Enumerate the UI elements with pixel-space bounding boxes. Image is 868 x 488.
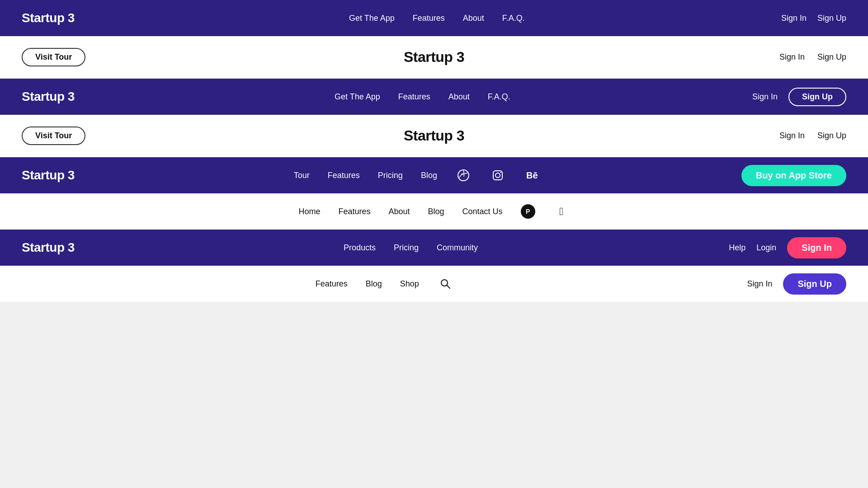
- nav-links-2: Get The App Features About F.A.Q.: [93, 92, 752, 102]
- sub-header-right-2: Sign In Sign Up: [779, 131, 846, 141]
- signin-btn-6[interactable]: Sign In: [747, 279, 772, 289]
- dribbble-icon[interactable]: [455, 167, 472, 183]
- nav-right-6: Sign In Sign Up: [747, 273, 846, 295]
- nav-link-faq-1[interactable]: F.A.Q.: [502, 14, 525, 23]
- nav-link-blog-6[interactable]: Blog: [366, 279, 382, 289]
- brand-center-1: Startup 3: [404, 49, 464, 66]
- nav-links-6: Features Blog Shop: [22, 276, 747, 292]
- signin-text-2[interactable]: Sign In: [779, 131, 805, 141]
- nav-link-products[interactable]: Products: [344, 243, 376, 253]
- nav-link-get-the-app-1[interactable]: Get The App: [349, 14, 395, 23]
- signup-btn-1[interactable]: Sign Up: [817, 14, 846, 23]
- search-icon[interactable]: [437, 276, 453, 292]
- nav-links-1: Get The App Features About F.A.Q.: [93, 14, 781, 23]
- signup-btn-6[interactable]: Sign Up: [783, 273, 846, 295]
- brand-5: Startup 3: [22, 240, 75, 255]
- svg-point-3: [500, 172, 501, 173]
- nav-link-blog-4[interactable]: Blog: [428, 207, 444, 216]
- nav-link-about-2[interactable]: About: [448, 92, 470, 102]
- nav-link-community[interactable]: Community: [437, 243, 478, 253]
- signin-btn-5[interactable]: Sign In: [787, 237, 846, 258]
- apple-icon[interactable]: : [553, 203, 570, 220]
- signin-btn-1[interactable]: Sign In: [781, 14, 807, 23]
- nav-link-faq-2[interactable]: F.A.Q.: [488, 92, 510, 102]
- nav-link-about-4[interactable]: About: [388, 207, 410, 216]
- sub-header-right-1: Sign In Sign Up: [779, 52, 846, 62]
- svg-line-5: [447, 286, 450, 289]
- visit-tour-btn-2: Visit Tour: [22, 127, 85, 145]
- visit-tour-button-2[interactable]: Visit Tour: [22, 127, 85, 145]
- nav-link-features-1[interactable]: Features: [413, 14, 445, 23]
- nav-right-3: Buy on App Store: [741, 165, 846, 186]
- nav-right-2: Sign In Sign Up: [752, 88, 846, 106]
- brand-3: Startup 3: [22, 168, 75, 183]
- nav-link-pricing[interactable]: Pricing: [378, 171, 403, 180]
- buy-app-store-btn[interactable]: Buy on App Store: [741, 165, 846, 186]
- sub-header-2: Visit Tour Startup 3 Sign In Sign Up: [0, 115, 868, 157]
- sub-header-1: Visit Tour Startup 3 Sign In Sign Up: [0, 36, 868, 79]
- navbar-1: Startup 3 Get The App Features About F.A…: [0, 0, 868, 36]
- nav-link-get-the-app-2[interactable]: Get The App: [335, 92, 380, 102]
- svg-point-2: [495, 173, 500, 178]
- nav-right-1: Sign In Sign Up: [781, 14, 846, 23]
- navbar-2: Startup 3 Get The App Features About F.A…: [0, 79, 868, 115]
- brand-center-2: Startup 3: [404, 127, 464, 144]
- nav-link-about-1[interactable]: About: [463, 14, 484, 23]
- nav-link-contact-us[interactable]: Contact Us: [462, 207, 503, 216]
- login-btn[interactable]: Login: [756, 243, 776, 253]
- nav-link-tour[interactable]: Tour: [294, 171, 310, 180]
- nav-link-pricing-5[interactable]: Pricing: [394, 243, 419, 253]
- nav-links-4: Home Features About Blog Contact Us P : [22, 203, 846, 220]
- navbar-3: Startup 3 Tour Features Pricing Blog Bē: [0, 157, 868, 193]
- brand-2: Startup 3: [22, 89, 75, 104]
- navbar-4: Home Features About Blog Contact Us P : [0, 193, 868, 230]
- nav-links-3: Tour Features Pricing Blog Bē: [93, 167, 741, 183]
- help-btn[interactable]: Help: [729, 243, 745, 253]
- nav-link-shop[interactable]: Shop: [400, 279, 419, 289]
- behance-icon[interactable]: Bē: [524, 167, 540, 183]
- producthunt-icon[interactable]: P: [521, 204, 535, 219]
- navbar-5: Startup 3 Products Pricing Community Hel…: [0, 230, 868, 266]
- nav-link-home[interactable]: Home: [298, 207, 320, 216]
- nav-link-features-2[interactable]: Features: [398, 92, 430, 102]
- instagram-icon[interactable]: [490, 167, 506, 183]
- brand-1: Startup 3: [22, 11, 75, 25]
- signup-text-1[interactable]: Sign Up: [817, 52, 846, 62]
- signup-btn-2[interactable]: Sign Up: [788, 88, 846, 106]
- nav-links-5: Products Pricing Community: [93, 243, 729, 253]
- signup-text-2[interactable]: Sign Up: [817, 131, 846, 141]
- signin-text-1[interactable]: Sign In: [779, 52, 805, 62]
- nav-right-5: Help Login Sign In: [729, 237, 846, 258]
- visit-tour-button-1[interactable]: Visit Tour: [22, 48, 85, 66]
- visit-tour-btn-1: Visit Tour: [22, 48, 85, 66]
- nav-link-features-6[interactable]: Features: [316, 279, 348, 289]
- navbar-6: Features Blog Shop Sign In Sign Up: [0, 266, 868, 302]
- nav-link-features-4[interactable]: Features: [338, 207, 370, 216]
- nav-link-features-3[interactable]: Features: [328, 171, 360, 180]
- nav-link-blog-3[interactable]: Blog: [421, 171, 437, 180]
- signin-btn-2[interactable]: Sign In: [752, 92, 778, 102]
